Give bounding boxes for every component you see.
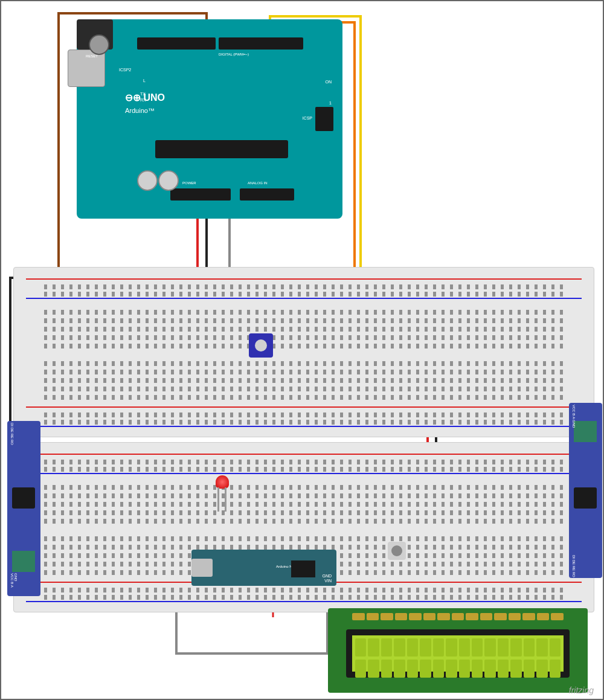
uno-power-label: POWER (182, 181, 196, 185)
breadboard-top (13, 267, 594, 437)
uno-analog-label: ANALOG IN (248, 181, 268, 185)
led-leg-1 (217, 487, 219, 512)
rs485-left-chip (12, 487, 35, 509)
rs485-right-label-top: VCC B A GND (572, 405, 576, 428)
pot1-knob (255, 339, 267, 352)
uno-l-label: L (143, 79, 146, 83)
lcd-16x2 (328, 608, 588, 693)
potentiometer-2 (388, 542, 406, 560)
nano-vin-label: VIN (324, 579, 332, 583)
rs485-left-label-top: DI DE RE RO (10, 423, 14, 445)
lcd-pin-header (352, 613, 564, 620)
red-led (216, 475, 229, 489)
uno-brand: Arduino™ (125, 107, 155, 114)
arduino-nano-board: Arduino Nano 2.3 GND VIN (191, 550, 336, 586)
potentiometer-1 (249, 333, 273, 358)
lcd-row-2 (355, 660, 561, 678)
rs485-module-left: DI DE RE RO VCC B A GND (7, 421, 40, 596)
uno-atmega-chip (155, 140, 288, 158)
uno-icsp-header (315, 107, 333, 131)
uno-icsp2-label: ICSP2 (119, 68, 131, 72)
uno-header-analog (240, 188, 294, 201)
uno-reset-label: RESET (86, 54, 98, 58)
uno-on-label: ON (326, 80, 332, 84)
rs485-module-right: VCC B A GND DI DE RE RO (569, 403, 602, 578)
uno-digital-label: DIGITAL (PWM=~) (219, 53, 249, 56)
pot2-knob (391, 545, 402, 556)
uno-pin1-label: 1 (329, 101, 332, 105)
nano-icsp (291, 560, 315, 577)
uno-header-power (170, 188, 231, 201)
uno-rx-label: RX (140, 98, 146, 102)
uno-icsp-label: ICSP (303, 116, 312, 120)
nano-gnd-label: GND (322, 574, 332, 578)
rs485-right-label-bot: DI DE RE RO (572, 555, 576, 577)
uno-header-top-right (219, 37, 303, 50)
rs485-right-terminal (574, 421, 597, 442)
lcd-row-1 (355, 638, 561, 657)
breadboard-bottom (13, 442, 594, 612)
rs485-right-chip (574, 487, 597, 509)
nano-usb-port (191, 559, 213, 577)
uno-capacitor-2 (158, 170, 179, 191)
uno-header-top-left (137, 37, 216, 50)
uno-tx-label: TX (140, 92, 146, 96)
uno-reset-button (89, 34, 109, 55)
uno-capacitor-1 (137, 170, 158, 191)
rs485-left-terminal (12, 551, 35, 572)
circuit-diagram: ⊖⊕ UNO Arduino™ RESET ON ICSP2 ICSP 1 L … (0, 0, 604, 700)
arduino-uno-board: ⊖⊕ UNO Arduino™ RESET ON ICSP2 ICSP 1 L … (77, 19, 342, 219)
led-leg-2 (225, 487, 226, 512)
lcd-screen (346, 629, 570, 678)
fritzing-credit: fritzing (569, 686, 594, 695)
rs485-left-label-bot: VCC B A GND (10, 573, 18, 596)
